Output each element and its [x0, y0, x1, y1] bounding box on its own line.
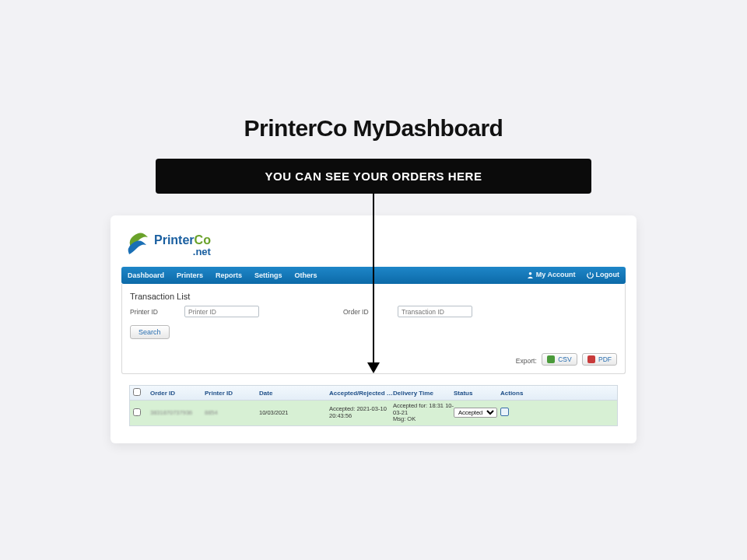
logo-text-2: Co: [195, 233, 211, 247]
col-delivery-time[interactable]: Delivery Time: [393, 390, 454, 397]
col-printer-id[interactable]: Printer ID: [205, 390, 259, 397]
logo-icon: [126, 231, 149, 259]
row-action-button[interactable]: [500, 408, 509, 416]
row-checkbox[interactable]: [133, 408, 141, 416]
select-all-checkbox[interactable]: [133, 388, 141, 396]
my-account-label: My Account: [536, 271, 576, 278]
user-icon: [527, 271, 534, 280]
transactions-table: Order ID Printer ID Date Accepted/Reject…: [121, 385, 626, 426]
cell-accepted-time: Accepted: 2021-03-10 20:43:56: [329, 406, 393, 419]
search-button[interactable]: Search: [130, 325, 170, 339]
menu-dashboard[interactable]: Dashboard: [128, 271, 164, 279]
transaction-section: Transaction List Printer ID Order ID Sea…: [121, 284, 626, 374]
pdf-icon: [587, 355, 595, 363]
main-menu: Dashboard Printers Reports Settings Othe…: [121, 267, 626, 284]
logout-link[interactable]: Logout: [587, 271, 620, 279]
status-select[interactable]: Accepted: [454, 408, 497, 418]
menu-others[interactable]: Others: [295, 271, 317, 279]
orders-banner: YOU CAN SEE YOUR ORDERS HERE: [156, 159, 591, 194]
export-label: Export:: [516, 357, 537, 365]
order-id-label: Order ID: [343, 308, 381, 316]
svg-point-0: [529, 271, 532, 275]
printer-id-input[interactable]: [184, 306, 259, 317]
menu-settings[interactable]: Settings: [254, 271, 282, 279]
col-order-id[interactable]: Order ID: [150, 390, 205, 397]
export-csv-label: CSV: [558, 355, 571, 363]
page-title: PrinterCo MyDashboard: [0, 115, 747, 142]
menu-reports[interactable]: Reports: [216, 271, 242, 279]
menu-printers[interactable]: Printers: [177, 271, 203, 279]
logout-label: Logout: [596, 271, 620, 278]
cell-printer-id: 8854: [205, 410, 259, 417]
col-status[interactable]: Status: [454, 390, 500, 397]
logo-suffix: .net: [154, 247, 211, 257]
csv-icon: [547, 355, 555, 363]
dashboard-panel: PrinterCo .net Dashboard Printers Report…: [110, 215, 637, 443]
cell-order-id: 3831870737936: [150, 410, 205, 417]
order-id-input[interactable]: [398, 306, 472, 317]
logo: PrinterCo .net: [126, 231, 626, 259]
col-date[interactable]: Date: [259, 390, 329, 397]
cell-delivery-time: Accepted for: 18:31 10-03-21 Msg: OK: [393, 403, 454, 423]
logout-icon: [587, 271, 594, 280]
cell-status: Accepted: [454, 408, 500, 418]
export-pdf-button[interactable]: PDF: [582, 353, 617, 366]
col-actions: Actions: [500, 390, 544, 397]
logo-text-1: Printer: [154, 233, 195, 247]
export-pdf-label: PDF: [598, 355, 612, 363]
table-header: Order ID Printer ID Date Accepted/Reject…: [129, 385, 618, 401]
my-account-link[interactable]: My Account: [527, 271, 576, 279]
col-accepted-rejected[interactable]: Accepted/Rejected Time: [329, 390, 393, 397]
cell-date: 10/03/2021: [259, 410, 329, 417]
section-heading: Transaction List: [130, 289, 617, 306]
export-csv-button[interactable]: CSV: [542, 353, 577, 366]
printer-id-label: Printer ID: [130, 308, 167, 316]
table-row: 3831870737936 8854 10/03/2021 Accepted: …: [129, 401, 618, 426]
